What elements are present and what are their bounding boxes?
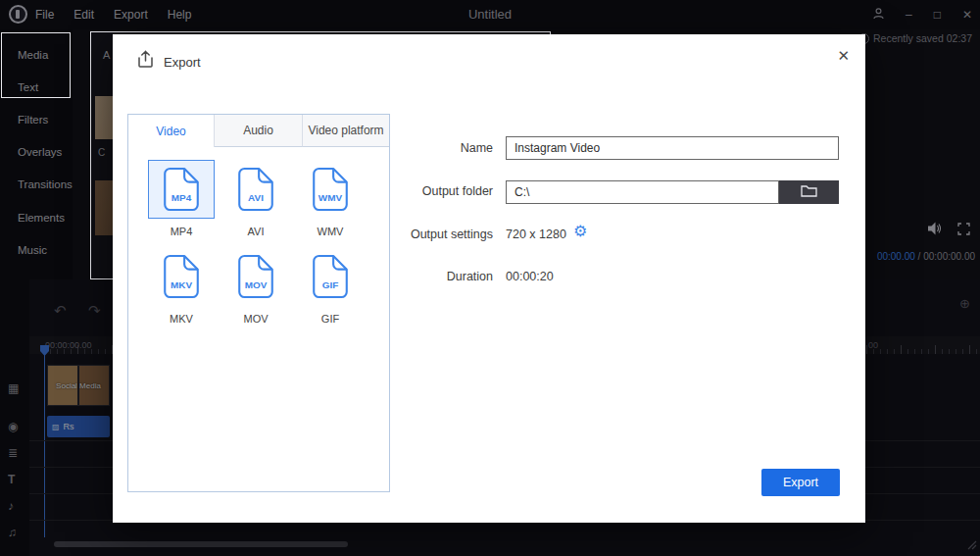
- settings-gear-icon[interactable]: ⚙: [573, 222, 587, 240]
- format-label: MKV: [148, 313, 215, 325]
- svg-text:GIF: GIF: [322, 279, 339, 290]
- format-label: WMV: [297, 226, 364, 237]
- format-tile-mov[interactable]: MOV MOV: [222, 247, 289, 325]
- folder-icon: [801, 184, 817, 200]
- format-tile-wmv[interactable]: WMV WMV: [297, 160, 364, 237]
- format-label: GIF: [297, 313, 364, 325]
- format-panel: Video Audio Video platform MP4 MP4 AVI A…: [127, 114, 390, 492]
- export-button[interactable]: Export: [761, 469, 840, 496]
- svg-text:AVI: AVI: [248, 192, 264, 203]
- format-label: MP4: [148, 226, 215, 237]
- format-label: AVI: [222, 226, 289, 237]
- svg-text:MKV: MKV: [171, 279, 192, 290]
- format-tile-mkv[interactable]: MKV MKV: [148, 247, 215, 325]
- dialog-close-icon[interactable]: ✕: [837, 47, 850, 65]
- format-label: MOV: [222, 313, 289, 325]
- format-tile-mp4[interactable]: MP4 MP4: [148, 160, 215, 237]
- duration-label: Duration: [368, 270, 493, 283]
- format-tile-avi[interactable]: AVI AVI: [222, 160, 289, 237]
- name-label: Name: [368, 141, 493, 155]
- duration-value: 00:00:20: [506, 270, 554, 283]
- format-tabs: Video Audio Video platform: [128, 115, 389, 147]
- svg-text:WMV: WMV: [318, 192, 343, 203]
- browse-folder-button[interactable]: [779, 180, 839, 204]
- app-window: File Edit Export Help Untitled – □ ✕ ✓ R…: [0, 0, 980, 556]
- svg-text:MP4: MP4: [172, 192, 192, 203]
- export-icon: [135, 49, 157, 72]
- format-tile-gif[interactable]: GIF GIF: [297, 247, 364, 325]
- dialog-title: Export: [164, 55, 201, 70]
- output-folder-input[interactable]: [506, 180, 779, 204]
- name-input[interactable]: [506, 136, 839, 160]
- tab-video[interactable]: Video: [128, 115, 215, 147]
- output-folder-label: Output folder: [368, 184, 493, 198]
- export-dialog: Export ✕ Video Audio Video platform MP4 …: [113, 34, 865, 523]
- tab-audio[interactable]: Audio: [215, 115, 303, 147]
- output-settings-value: 720 x 1280: [506, 227, 566, 241]
- svg-text:MOV: MOV: [245, 279, 268, 290]
- output-settings-label: Output settings: [368, 227, 493, 241]
